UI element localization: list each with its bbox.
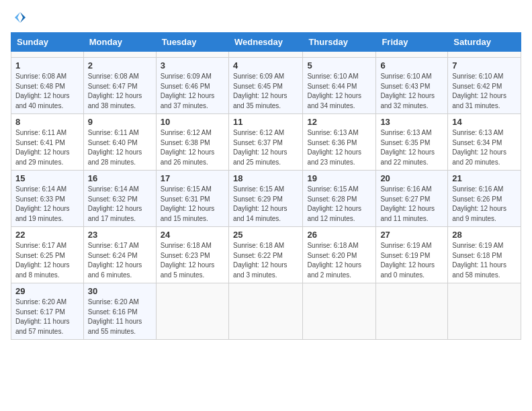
- day-number: 22: [15, 230, 79, 240]
- day-number: 12: [307, 117, 371, 127]
- calendar-cell: 17 Sunrise: 6:15 AMSunset: 6:31 PMDaylig…: [156, 171, 228, 227]
- calendar-cell: 12 Sunrise: 6:13 AMSunset: 6:36 PMDaylig…: [303, 114, 376, 171]
- calendar-week-row: 1 Sunrise: 6:08 AMSunset: 6:48 PMDayligh…: [11, 58, 521, 114]
- day-header-monday: Monday: [83, 33, 156, 52]
- day-info: Sunrise: 6:16 AMSunset: 6:27 PMDaylight:…: [380, 185, 443, 224]
- day-number: 20: [380, 173, 443, 183]
- day-number: 10: [161, 117, 224, 127]
- day-info: Sunrise: 6:12 AMSunset: 6:38 PMDaylight:…: [161, 128, 224, 167]
- svg-marker-1: [15, 12, 20, 23]
- day-info: Sunrise: 6:15 AMSunset: 6:31 PMDaylight:…: [161, 185, 224, 224]
- day-number: 9: [88, 117, 152, 127]
- day-number: 13: [380, 117, 443, 127]
- calendar-cell: [376, 52, 448, 58]
- calendar-cell: 16 Sunrise: 6:14 AMSunset: 6:32 PMDaylig…: [83, 171, 156, 227]
- calendar-table: SundayMondayTuesdayWednesdayThursdayFrid…: [11, 32, 521, 340]
- calendar-cell: 1 Sunrise: 6:08 AMSunset: 6:48 PMDayligh…: [11, 58, 84, 114]
- day-info: Sunrise: 6:13 AMSunset: 6:36 PMDaylight:…: [307, 128, 371, 167]
- calendar-cell: 27 Sunrise: 6:19 AMSunset: 6:19 PMDaylig…: [376, 227, 448, 283]
- calendar-week-row: [11, 52, 521, 58]
- day-number: 24: [161, 230, 224, 240]
- calendar-cell: [11, 52, 84, 58]
- day-header-sunday: Sunday: [11, 33, 84, 52]
- day-header-saturday: Saturday: [448, 33, 521, 52]
- page-header: [11, 11, 521, 24]
- calendar-cell: 30 Sunrise: 6:20 AMSunset: 6:16 PMDaylig…: [83, 283, 156, 340]
- svg-marker-0: [20, 12, 26, 23]
- day-info: Sunrise: 6:14 AMSunset: 6:32 PMDaylight:…: [88, 185, 152, 224]
- calendar-cell: 18 Sunrise: 6:15 AMSunset: 6:29 PMDaylig…: [228, 171, 302, 227]
- day-number: 1: [15, 60, 79, 71]
- calendar-cell: 11 Sunrise: 6:12 AMSunset: 6:37 PMDaylig…: [228, 114, 302, 171]
- day-number: 16: [88, 173, 152, 183]
- calendar-cell: 14 Sunrise: 6:13 AMSunset: 6:34 PMDaylig…: [448, 114, 521, 171]
- day-number: 8: [15, 117, 79, 127]
- calendar-cell: 5 Sunrise: 6:10 AMSunset: 6:44 PMDayligh…: [303, 58, 376, 114]
- day-number: 3: [161, 60, 224, 71]
- calendar-cell: 24 Sunrise: 6:18 AMSunset: 6:23 PMDaylig…: [156, 227, 228, 283]
- calendar-week-row: 15 Sunrise: 6:14 AMSunset: 6:33 PMDaylig…: [11, 171, 521, 227]
- calendar-header-row: SundayMondayTuesdayWednesdayThursdayFrid…: [11, 33, 521, 52]
- calendar-cell: [228, 52, 302, 58]
- day-info: Sunrise: 6:08 AMSunset: 6:47 PMDaylight:…: [88, 72, 152, 111]
- day-info: Sunrise: 6:13 AMSunset: 6:35 PMDaylight:…: [380, 128, 443, 167]
- calendar-cell: [156, 52, 228, 58]
- calendar-cell: [376, 283, 448, 340]
- day-info: Sunrise: 6:08 AMSunset: 6:48 PMDaylight:…: [15, 72, 79, 111]
- day-number: 2: [88, 60, 152, 71]
- day-info: Sunrise: 6:11 AMSunset: 6:41 PMDaylight:…: [15, 128, 79, 167]
- day-number: 26: [307, 230, 371, 240]
- day-number: 25: [233, 230, 298, 240]
- calendar-week-row: 8 Sunrise: 6:11 AMSunset: 6:41 PMDayligh…: [11, 114, 521, 171]
- calendar-cell: 21 Sunrise: 6:16 AMSunset: 6:26 PMDaylig…: [448, 171, 521, 227]
- calendar-cell: [303, 52, 376, 58]
- day-number: 23: [88, 230, 152, 240]
- calendar-cell: 8 Sunrise: 6:11 AMSunset: 6:41 PMDayligh…: [11, 114, 84, 171]
- day-number: 21: [452, 173, 517, 183]
- day-number: 29: [15, 286, 79, 296]
- calendar-cell: 29 Sunrise: 6:20 AMSunset: 6:17 PMDaylig…: [11, 283, 84, 340]
- day-number: 4: [233, 60, 298, 71]
- day-info: Sunrise: 6:10 AMSunset: 6:42 PMDaylight:…: [452, 72, 517, 111]
- calendar-cell: 2 Sunrise: 6:08 AMSunset: 6:47 PMDayligh…: [83, 58, 156, 114]
- day-number: 27: [380, 230, 443, 240]
- calendar-cell: 13 Sunrise: 6:13 AMSunset: 6:35 PMDaylig…: [376, 114, 448, 171]
- calendar-cell: [83, 52, 156, 58]
- calendar-week-row: 22 Sunrise: 6:17 AMSunset: 6:25 PMDaylig…: [11, 227, 521, 283]
- calendar-cell: 9 Sunrise: 6:11 AMSunset: 6:40 PMDayligh…: [83, 114, 156, 171]
- calendar-cell: 23 Sunrise: 6:17 AMSunset: 6:24 PMDaylig…: [83, 227, 156, 283]
- calendar-cell: 6 Sunrise: 6:10 AMSunset: 6:43 PMDayligh…: [376, 58, 448, 114]
- calendar-cell: 25 Sunrise: 6:18 AMSunset: 6:22 PMDaylig…: [228, 227, 302, 283]
- day-number: 5: [307, 60, 371, 71]
- day-info: Sunrise: 6:13 AMSunset: 6:34 PMDaylight:…: [452, 128, 517, 167]
- day-info: Sunrise: 6:10 AMSunset: 6:43 PMDaylight:…: [380, 72, 443, 111]
- calendar-cell: 26 Sunrise: 6:18 AMSunset: 6:20 PMDaylig…: [303, 227, 376, 283]
- day-info: Sunrise: 6:15 AMSunset: 6:29 PMDaylight:…: [233, 185, 298, 224]
- calendar-cell: 4 Sunrise: 6:09 AMSunset: 6:45 PMDayligh…: [228, 58, 302, 114]
- day-header-friday: Friday: [376, 33, 448, 52]
- day-number: 6: [380, 60, 443, 71]
- day-header-wednesday: Wednesday: [228, 33, 302, 52]
- day-info: Sunrise: 6:09 AMSunset: 6:46 PMDaylight:…: [161, 72, 224, 111]
- day-number: 7: [452, 60, 517, 71]
- calendar-cell: 28 Sunrise: 6:19 AMSunset: 6:18 PMDaylig…: [448, 227, 521, 283]
- calendar-cell: 19 Sunrise: 6:15 AMSunset: 6:28 PMDaylig…: [303, 171, 376, 227]
- calendar-cell: [303, 283, 376, 340]
- calendar-week-row: 29 Sunrise: 6:20 AMSunset: 6:17 PMDaylig…: [11, 283, 521, 340]
- calendar-cell: 20 Sunrise: 6:16 AMSunset: 6:27 PMDaylig…: [376, 171, 448, 227]
- day-info: Sunrise: 6:18 AMSunset: 6:20 PMDaylight:…: [307, 241, 371, 280]
- day-info: Sunrise: 6:10 AMSunset: 6:44 PMDaylight:…: [307, 72, 371, 111]
- day-number: 17: [161, 173, 224, 183]
- day-info: Sunrise: 6:17 AMSunset: 6:24 PMDaylight:…: [88, 241, 152, 280]
- calendar-cell: [228, 283, 302, 340]
- logo-icon: [13, 11, 27, 24]
- calendar-cell: 3 Sunrise: 6:09 AMSunset: 6:46 PMDayligh…: [156, 58, 228, 114]
- day-info: Sunrise: 6:19 AMSunset: 6:19 PMDaylight:…: [380, 241, 443, 280]
- day-header-tuesday: Tuesday: [156, 33, 228, 52]
- day-info: Sunrise: 6:15 AMSunset: 6:28 PMDaylight:…: [307, 185, 371, 224]
- calendar-cell: 22 Sunrise: 6:17 AMSunset: 6:25 PMDaylig…: [11, 227, 84, 283]
- day-info: Sunrise: 6:20 AMSunset: 6:16 PMDaylight:…: [88, 298, 152, 336]
- day-info: Sunrise: 6:14 AMSunset: 6:33 PMDaylight:…: [15, 185, 79, 224]
- calendar-cell: [156, 283, 228, 340]
- day-info: Sunrise: 6:12 AMSunset: 6:37 PMDaylight:…: [233, 128, 298, 167]
